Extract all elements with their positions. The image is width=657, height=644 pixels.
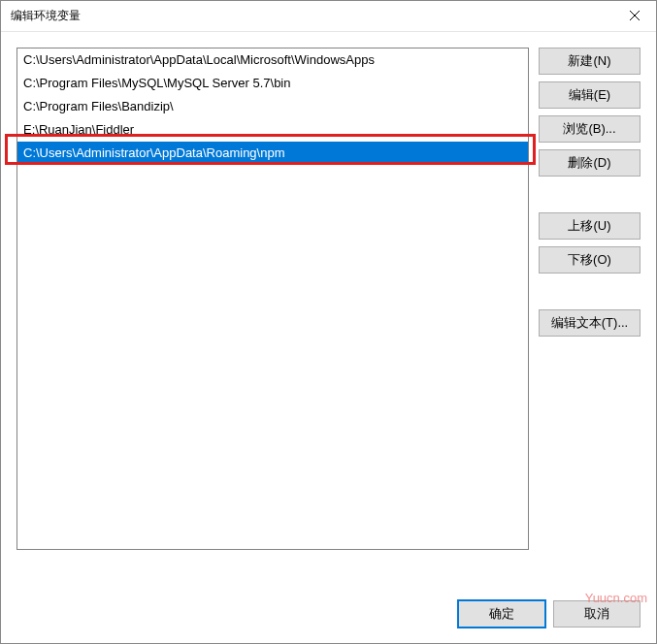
main-area: C:\Users\Administrator\AppData\Local\Mic… [16, 48, 641, 583]
path-listbox[interactable]: C:\Users\Administrator\AppData\Local\Mic… [16, 48, 529, 550]
browse-button[interactable]: 浏览(B)... [539, 115, 641, 143]
close-icon [630, 10, 640, 23]
close-button[interactable] [612, 1, 656, 32]
side-buttons: 新建(N) 编辑(E) 浏览(B)... 删除(D) 上移(U) 下移(O) 编… [539, 48, 641, 583]
list-item[interactable]: C:\Users\Administrator\AppData\Local\Mic… [17, 48, 528, 72]
edit-text-button[interactable]: 编辑文本(T)... [539, 309, 641, 337]
dialog-content: C:\Users\Administrator\AppData\Local\Mic… [1, 32, 656, 643]
ok-button[interactable]: 确定 [458, 600, 545, 628]
bottom-buttons: 确定 取消 [16, 600, 641, 628]
dialog-window: 编辑环境变量 C:\Users\Administrator\AppData\Lo… [0, 0, 657, 644]
list-item[interactable]: C:\Program Files\MySQL\MySQL Server 5.7\… [17, 72, 528, 95]
edit-button[interactable]: 编辑(E) [539, 81, 641, 109]
list-item[interactable]: C:\Users\Administrator\AppData\Roaming\n… [17, 142, 528, 165]
delete-button[interactable]: 删除(D) [539, 149, 641, 177]
cancel-button[interactable]: 取消 [553, 600, 641, 628]
window-title: 编辑环境变量 [11, 8, 612, 24]
listbox-wrapper: C:\Users\Administrator\AppData\Local\Mic… [16, 48, 529, 583]
move-down-button[interactable]: 下移(O) [539, 246, 641, 274]
move-up-button[interactable]: 上移(U) [539, 212, 641, 240]
list-item[interactable]: E:\RuanJian\Fiddler [17, 118, 528, 142]
list-item[interactable]: C:\Program Files\Bandizip\ [17, 95, 528, 118]
titlebar: 编辑环境变量 [1, 1, 656, 32]
new-button[interactable]: 新建(N) [539, 48, 641, 75]
